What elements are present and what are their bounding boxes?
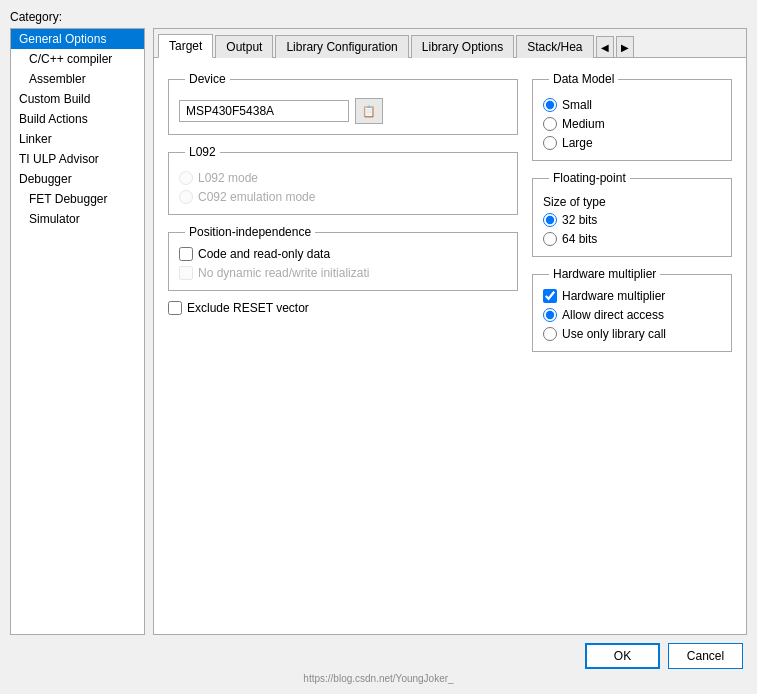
l092-mode-label: L092 mode — [198, 171, 258, 185]
hw-multiplier-checkbox[interactable] — [543, 289, 557, 303]
l092-mode-radio[interactable] — [179, 171, 193, 185]
device-input[interactable] — [179, 100, 349, 122]
position-independence-fieldset: Position-independence Code and read-only… — [168, 225, 518, 291]
device-legend: Device — [185, 72, 230, 86]
right-column: Data Model Small Medium — [532, 72, 732, 620]
code-readonly-label: Code and read-only data — [198, 247, 330, 261]
data-model-medium-option: Medium — [543, 117, 721, 131]
sidebar-item-fet-debugger[interactable]: FET Debugger — [11, 189, 144, 209]
data-model-large-option: Large — [543, 136, 721, 150]
bits32-radio[interactable] — [543, 213, 557, 227]
bits64-label: 64 bits — [562, 232, 597, 246]
device-browse-button[interactable]: 📋 — [355, 98, 383, 124]
hw-multiplier-legend: Hardware multiplier — [549, 267, 660, 281]
sidebar-item-debugger[interactable]: Debugger — [11, 169, 144, 189]
data-model-radio-group: Small Medium Large — [543, 98, 721, 150]
no-dynamic-option: No dynamic read/write initializati — [179, 266, 507, 280]
sidebar-item-ti-ulp[interactable]: TI ULP Advisor — [11, 149, 144, 169]
l092-radio-group: L092 mode C092 emulation mode — [179, 171, 507, 204]
dialog-footer: OK Cancel — [10, 635, 747, 671]
allow-direct-radio[interactable] — [543, 308, 557, 322]
category-label: Category: — [10, 10, 747, 24]
sidebar-item-assembler[interactable]: Assembler — [11, 69, 144, 89]
floating-point-radio-group: 32 bits 64 bits — [543, 213, 721, 246]
sidebar-item-linker[interactable]: Linker — [11, 129, 144, 149]
device-row: 📋 — [179, 98, 507, 124]
position-independence-legend: Position-independence — [185, 225, 315, 239]
watermark: https://blog.csdn.net/YoungJoker_ — [10, 671, 747, 684]
hw-multiplier-check-option: Hardware multiplier — [543, 289, 721, 303]
dialog: Category: General Options C/C++ compiler… — [0, 0, 757, 694]
sidebar: General Options C/C++ compiler Assembler… — [10, 28, 145, 635]
tab-output[interactable]: Output — [215, 35, 273, 58]
bits64-option: 64 bits — [543, 232, 721, 246]
hw-multiplier-radio-group: Allow direct access Use only library cal… — [543, 308, 721, 341]
library-call-label: Use only library call — [562, 327, 666, 341]
hw-multiplier-label: Hardware multiplier — [562, 289, 665, 303]
bits32-label: 32 bits — [562, 213, 597, 227]
data-model-small-label: Small — [562, 98, 592, 112]
tab-scroll-right[interactable]: ▶ — [616, 36, 634, 58]
sidebar-item-build-actions[interactable]: Build Actions — [11, 109, 144, 129]
library-call-option: Use only library call — [543, 327, 721, 341]
no-dynamic-checkbox[interactable] — [179, 266, 193, 280]
tab-library-options[interactable]: Library Options — [411, 35, 514, 58]
bits32-option: 32 bits — [543, 213, 721, 227]
data-model-legend: Data Model — [549, 72, 618, 86]
c092-mode-label: C092 emulation mode — [198, 190, 315, 204]
library-call-radio[interactable] — [543, 327, 557, 341]
tab-library-config[interactable]: Library Configuration — [275, 35, 408, 58]
floating-point-fieldset: Floating-point Size of type 32 bits 64 b… — [532, 171, 732, 257]
sidebar-item-general-options[interactable]: General Options — [11, 29, 144, 49]
c092-mode-radio[interactable] — [179, 190, 193, 204]
l092-fieldset: L092 L092 mode C092 emulation mode — [168, 145, 518, 215]
data-model-small-radio[interactable] — [543, 98, 557, 112]
code-readonly-checkbox[interactable] — [179, 247, 193, 261]
exclude-reset-checkbox[interactable] — [168, 301, 182, 315]
c092-mode-option: C092 emulation mode — [179, 190, 507, 204]
sidebar-item-custom-build[interactable]: Custom Build — [11, 89, 144, 109]
l092-mode-option: L092 mode — [179, 171, 507, 185]
no-dynamic-label: No dynamic read/write initializati — [198, 266, 369, 280]
ok-button[interactable]: OK — [585, 643, 660, 669]
code-readonly-option: Code and read-only data — [179, 247, 507, 261]
dialog-body: General Options C/C++ compiler Assembler… — [10, 28, 747, 635]
tab-target[interactable]: Target — [158, 34, 213, 58]
data-model-medium-radio[interactable] — [543, 117, 557, 131]
main-panel: Target Output Library Configuration Libr… — [153, 28, 747, 635]
cancel-button[interactable]: Cancel — [668, 643, 743, 669]
l092-legend: L092 — [185, 145, 220, 159]
data-model-medium-label: Medium — [562, 117, 605, 131]
sidebar-item-cpp-compiler[interactable]: C/C++ compiler — [11, 49, 144, 69]
hw-multiplier-fieldset: Hardware multiplier Hardware multiplier … — [532, 267, 732, 352]
device-fieldset: Device 📋 — [168, 72, 518, 135]
data-model-large-label: Large — [562, 136, 593, 150]
data-model-fieldset: Data Model Small Medium — [532, 72, 732, 161]
tab-stack-heap[interactable]: Stack/Hea — [516, 35, 593, 58]
tab-content: Device 📋 L092 — [154, 58, 746, 634]
data-model-small-option: Small — [543, 98, 721, 112]
allow-direct-label: Allow direct access — [562, 308, 664, 322]
tab-scroll-left[interactable]: ◀ — [596, 36, 614, 58]
floating-point-legend: Floating-point — [549, 171, 630, 185]
exclude-reset-label: Exclude RESET vector — [187, 301, 309, 315]
data-model-large-radio[interactable] — [543, 136, 557, 150]
allow-direct-option: Allow direct access — [543, 308, 721, 322]
sidebar-item-simulator[interactable]: Simulator — [11, 209, 144, 229]
exclude-reset-option: Exclude RESET vector — [168, 301, 518, 315]
tabs-bar: Target Output Library Configuration Libr… — [154, 29, 746, 58]
left-column: Device 📋 L092 — [168, 72, 518, 620]
bits64-radio[interactable] — [543, 232, 557, 246]
size-of-type-label: Size of type — [543, 195, 721, 209]
